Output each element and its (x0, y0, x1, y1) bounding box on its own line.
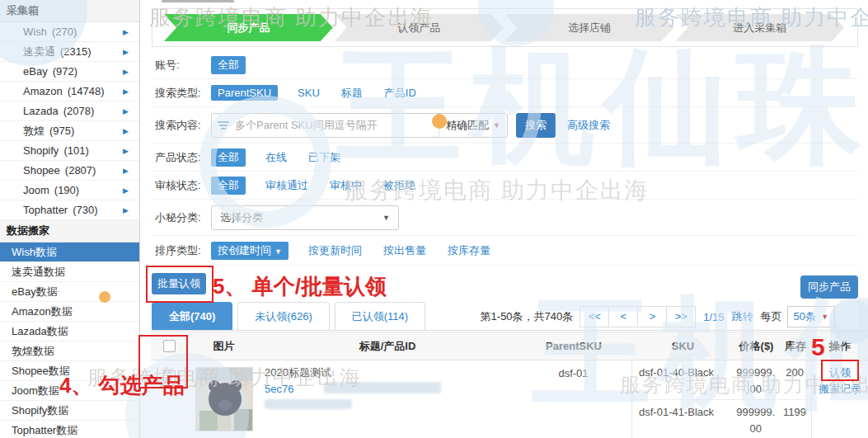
sidebar-item-ebay-data[interactable]: eBay数据 (0, 282, 139, 302)
sidebar-item-dunhuang-data[interactable]: 敦煌数据 (0, 341, 139, 361)
step-select-store[interactable]: 选择店铺 (505, 14, 674, 41)
sidebar-item-aliexpress-data[interactable]: 速卖通数据 (0, 262, 139, 282)
step-sync-product[interactable]: 同步产品 (164, 14, 333, 41)
tab-claimed[interactable]: 已认领(114) (335, 302, 425, 330)
search-type-parentsku-chip[interactable]: ParentSKU (211, 85, 278, 101)
category-label: 小秘分类: (155, 210, 211, 225)
tab-unclaimed[interactable]: 未认领(626) (237, 302, 329, 330)
audit-status-label: 审核状态: (155, 178, 211, 193)
item-count: (14748) (68, 85, 105, 97)
sort-stock[interactable]: 按库存量 (448, 243, 490, 258)
header-image: 图片 (188, 332, 260, 360)
pagination-buttons: << < > >> (580, 306, 696, 327)
sync-product-button[interactable]: 同步产品 (800, 276, 858, 299)
category-select[interactable]: 选择分类 ▼ (211, 205, 399, 230)
audit-status-rejected[interactable]: 被拒绝 (383, 178, 415, 193)
search-type-sku[interactable]: SKU (298, 87, 320, 99)
sidebar-item-ebay[interactable]: eBay(972) ▶ (0, 62, 139, 82)
sidebar-item-aliexpress[interactable]: 速卖通(2315) ▶ (0, 42, 139, 62)
last-page-button[interactable]: >> (666, 306, 696, 327)
sidebar-item-wish[interactable]: Wish(270) ▶ (0, 22, 139, 42)
sidebar-item-joom-data[interactable]: Joom数据 (0, 381, 139, 401)
batch-claim-button[interactable]: 批量认领 (152, 273, 206, 294)
sidebar-item-joom[interactable]: Joom(190) ▶ (0, 181, 139, 200)
sku-stock: 200 (778, 360, 811, 399)
wizard-steps: 同步产品 认领产品 选择店铺 进入采集箱 (152, 8, 858, 47)
audit-status-all-chip[interactable]: 全部 (211, 177, 246, 195)
account-label: 账号: (155, 58, 211, 73)
audit-status-approved[interactable]: 审核通过 (265, 178, 308, 193)
select-all-checkbox[interactable] (163, 340, 176, 352)
arrow-right-icon: ▶ (123, 181, 129, 200)
first-page-button[interactable]: << (579, 306, 609, 327)
sidebar-item-shopify-data[interactable]: Shopify数据 (0, 401, 139, 421)
next-page-button[interactable]: > (637, 306, 667, 327)
tab-all[interactable]: 全部(740) (152, 302, 232, 330)
sidebar-item-shopee-data[interactable]: Shopee数据 (0, 361, 139, 381)
product-status-online[interactable]: 在线 (265, 150, 287, 165)
search-content-label: 搜索内容: (155, 118, 211, 133)
filter-row-account: 账号: 全部 (152, 51, 858, 79)
sidebar-item-dunhuang[interactable]: 敦煌(975) ▶ (0, 121, 139, 141)
filter-row-sort: 排序类型: 按创建时间▼ 按更新时间 按出售量 按库存量 (152, 236, 858, 266)
per-page-select[interactable]: 50条 ▼ (787, 306, 835, 327)
sort-update-time[interactable]: 按更新时间 (308, 243, 362, 258)
sku-row: dsf-01-40-Black 999999. 00 200 (632, 360, 811, 400)
sidebar-item-lazada-data[interactable]: Lazada数据 (0, 322, 139, 341)
row-operations-cell: 认领 搬家记录 (812, 360, 868, 438)
header-sku: SKU (632, 332, 734, 360)
step-claim-product[interactable]: 认领产品 (335, 14, 504, 41)
sku-price: 999999. 00 (733, 360, 778, 399)
product-status-offline[interactable]: 已下架 (308, 150, 340, 165)
sidebar-item-tophatter[interactable]: Tophatter(730) ▶ (0, 200, 139, 220)
filter-row-search-content: 搜索内容: 多个Parent SKU间用逗号隔开 精确匹配 ▼ 搜索 高级搜索 (152, 107, 858, 144)
step-enter-collect-box[interactable]: 进入采集箱 (675, 14, 844, 41)
sort-create-time-chip[interactable]: 按创建时间▼ (211, 242, 289, 260)
sidebar-item-amazon-data[interactable]: Amazon数据 (0, 302, 139, 322)
sidebar-item-amazon[interactable]: Amazon(14748) ▶ (0, 82, 139, 101)
sidebar-item-lazada[interactable]: Lazada(2078) ▶ (0, 101, 139, 121)
arrow-right-icon: ▶ (123, 162, 129, 181)
product-table: 图片 标题/产品ID ParentSKU SKU 价格($) 库存 操作 (151, 332, 868, 438)
search-input[interactable]: 多个Parent SKU间用逗号隔开 精确匹配 ▼ (211, 113, 508, 138)
sidebar: 采集箱 Wish(270) ▶ 速卖通(2315) ▶ eBay(972) ▶ … (0, 0, 140, 438)
item-count: (190) (54, 184, 79, 196)
sku-value: dsf-01-40-Black (632, 360, 733, 399)
header-parent-sku: ParentSKU (515, 332, 632, 360)
search-button[interactable]: 搜索 (516, 113, 556, 138)
pagination-summary: 第1-50条，共740条 (481, 309, 574, 324)
sidebar-item-wish-data[interactable]: Wish数据 (0, 243, 139, 262)
claim-link[interactable]: 认领 (829, 365, 851, 381)
caret-down-icon: ▼ (821, 313, 828, 321)
sidebar-header-data-move: 数据搬家 (0, 220, 139, 243)
sidebar-header-collect-box: 采集箱 (0, 0, 139, 22)
product-id-link[interactable]: 5ec76 (265, 383, 293, 395)
advanced-search-link[interactable]: 高级搜索 (567, 118, 610, 133)
item-count: (2315) (60, 45, 91, 58)
search-type-title[interactable]: 标题 (341, 86, 363, 101)
account-all-chip[interactable]: 全部 (211, 56, 246, 74)
row-parent-sku: dsf-01 (515, 360, 632, 438)
sidebar-item-tophatter-data[interactable]: Tophatter数据 (0, 421, 139, 438)
caret-down-icon: ▼ (493, 121, 500, 130)
blurred-text (324, 382, 441, 393)
item-count: (270) (52, 26, 77, 38)
search-type-label: 搜索类型: (155, 86, 211, 101)
row-checkbox-cell (151, 360, 188, 438)
match-mode-select[interactable]: 精确匹配 ▼ (439, 114, 507, 137)
sidebar-item-shopify[interactable]: Shopify(101) ▶ (0, 141, 139, 161)
sidebar-item-shopee[interactable]: Shopee(2807) ▶ (0, 161, 139, 181)
product-status-all-chip[interactable]: 全部 (211, 148, 246, 167)
item-count: (101) (63, 144, 88, 157)
row-checkbox[interactable] (163, 370, 176, 383)
move-record-link[interactable]: 搬家记录 (819, 381, 861, 398)
prev-page-button[interactable]: < (608, 306, 638, 327)
sort-sales[interactable]: 按出售量 (383, 243, 426, 258)
audit-status-pending[interactable]: 审核中 (330, 178, 362, 193)
product-image[interactable] (195, 367, 253, 431)
search-type-product-id[interactable]: 产品ID (384, 86, 416, 101)
jump-button[interactable]: 跳转 (732, 309, 753, 324)
caret-down-icon: ▼ (382, 214, 390, 222)
arrow-right-icon: ▶ (123, 122, 129, 141)
sku-stock: 1199 (778, 400, 811, 438)
